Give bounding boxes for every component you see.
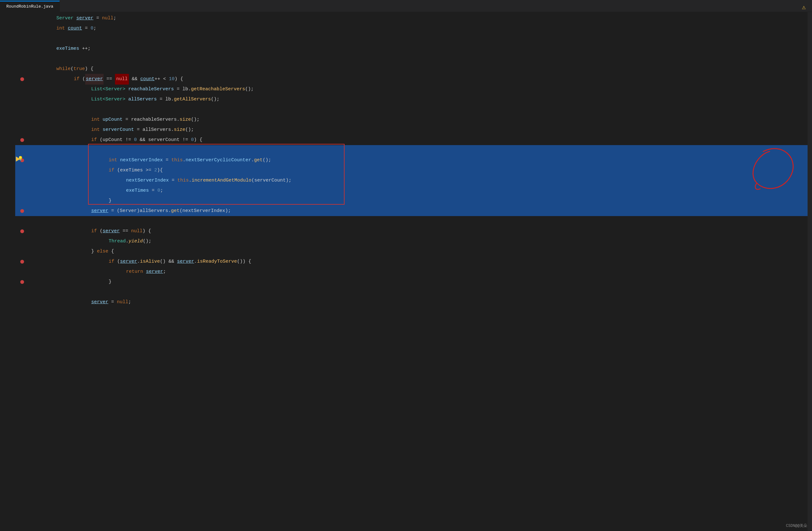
code-line: server = (Server)allServers.get(nextServ… [15, 206, 808, 216]
code-line: int serverCount = allServers.size(); [15, 125, 808, 135]
warning-icon: ⚠ [802, 3, 806, 11]
watermark: CSDN@@美朵 [786, 523, 807, 529]
tab-label: RoundRobinRule.java [6, 4, 53, 9]
breakpoint [20, 77, 24, 81]
breakpoint [20, 280, 24, 284]
code-line [15, 104, 808, 115]
code-line: if (server.isAlive() && server.isReadyTo… [15, 257, 808, 267]
code-area: 💡 Server server = null; int count = 0; e… [0, 12, 812, 531]
breakpoint [20, 260, 24, 263]
code-line [15, 33, 808, 44]
code-line: List<Server> allServers = lb.getAllServe… [15, 95, 808, 104]
active-tab[interactable]: RoundRobinRule.java [0, 1, 60, 12]
code-line: Thread.yield(); [15, 236, 808, 246]
code-line: nextServerIndex = this.incrementAndGetMo… [15, 175, 808, 186]
code-line: exeTimes ++; [15, 44, 808, 54]
code-line: } [15, 277, 808, 287]
code-line [15, 287, 808, 297]
breakpoint [20, 209, 24, 213]
tab-bar: RoundRobinRule.java ⚠ [0, 0, 812, 12]
code-editor[interactable]: 💡 Server server = null; int count = 0; e… [15, 12, 808, 531]
code-line [15, 145, 808, 155]
bulb-icon[interactable]: 💡 [18, 156, 23, 161]
code-line: } else { [15, 246, 808, 257]
code-line: server = null; [15, 297, 808, 307]
breakpoint [20, 229, 24, 233]
code-line: exeTimes = 0; [15, 186, 808, 196]
code-line [15, 54, 808, 64]
code-line: int nextServerIndex = this.nextServerCyc… [15, 155, 808, 166]
code-line: if (server == null) { [15, 226, 808, 236]
code-line: if (server == null && count++ < 10) { [15, 74, 808, 84]
gutter [0, 12, 15, 531]
scrollbar[interactable] [808, 12, 812, 531]
code-line: Server server = null; [15, 13, 808, 24]
code-line: int count = 0; [15, 24, 808, 33]
code-line: return server; [15, 267, 808, 277]
code-line: List<Server> reachableServers = lb.getRe… [15, 84, 808, 95]
code-line: if (upCount != 0 && serverCount != 0) { [15, 135, 808, 145]
breakpoint [20, 138, 24, 142]
code-line: if (exeTimes >= 2){ [15, 166, 808, 175]
code-line: } [15, 196, 808, 206]
code-line: int upCount = reachableServers.size(); [15, 115, 808, 125]
code-lines: Server server = null; int count = 0; exe… [15, 12, 808, 307]
editor-container: RoundRobinRule.java ⚠ 💡 [0, 0, 812, 531]
code-line: while(true) { [15, 64, 808, 74]
code-line [15, 216, 808, 226]
